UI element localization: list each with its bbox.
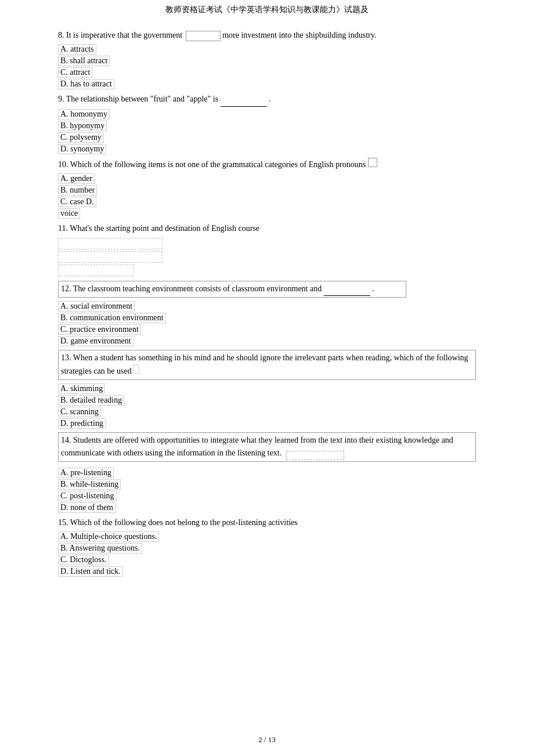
q8-option-a: A. attracts [58,44,476,55]
q8-text: It is imperative that the government [66,31,182,39]
q13-number: 13. [61,353,71,362]
page-footer: 2 / 13 [0,735,534,744]
question-8: 8. It is imperative that the government … [58,29,476,89]
q12-number: 12. [61,284,71,293]
q8-option-c: C. attract [58,67,476,78]
question-15: 15. Which of the following does not belo… [58,516,476,577]
q15-option-b: B. Answering questions. [58,543,476,554]
q9-option-c: C. polysemy [58,132,476,143]
q10-option-a: A. gender [58,173,476,184]
q13-option-b: B. detailed reading [58,395,476,406]
q11-text: What's the starting point and destinatio… [70,224,259,233]
q8-answer-box[interactable] [186,31,221,41]
q13-option-d: D. predicting [58,418,476,429]
page-number: 2 / 13 [258,735,276,744]
q9-text-after: . [269,95,271,103]
q10-option-cd: C. case D. [58,197,476,207]
q9-option-b: B. hyponymy [58,121,476,131]
q14-number: 14. [61,436,71,444]
q8-option-d: D. has to attract [58,79,476,89]
q15-text: Which of the following does not belong t… [70,518,298,527]
q10-option-b: B. number [58,185,476,196]
q13-option-a: A. skimming [58,384,476,394]
question-11: 11. What's the starting point and destin… [58,222,476,276]
q9-option-d: D. synonymy [58,144,476,154]
question-14: 14. Students are offered with opportunit… [58,432,476,513]
q14-option-b: B. while-listening [58,479,476,490]
q11-answer-area [58,238,476,276]
q11-box1[interactable] [58,238,163,249]
q12-option-a: A. social environment [58,301,476,312]
q15-option-d: D. Listen and tick. [58,566,476,577]
q14-text: Students are offered with opportunities … [61,436,453,457]
q15-option-a: A. Multiple-choice questions. [58,531,476,542]
q8-text-after: more investment into the shipbuilding in… [222,31,376,39]
question-12: 12. The classroom teaching environment c… [58,281,476,346]
q10-number: 10. [58,160,68,169]
q12-text: The classroom teaching environment consi… [73,284,322,293]
question-13: 13. When a student has something in his … [58,350,476,429]
q14-option-d: D. none of them [58,502,476,513]
q11-box2[interactable] [58,251,163,263]
q12-option-c: C. practice environment [58,324,476,335]
q12-option-b: B. communication environment [58,313,476,323]
q9-text: The relationship between "fruit" and "ap… [66,95,218,103]
q10-text: Which of the following items is not one … [70,160,366,169]
q13-option-c: C. scanning [58,407,476,417]
q10-option-voice: voice [58,208,476,219]
q13-text: When a student has something in his mind… [61,353,468,375]
page-header: 教师资格证考试《中学英语学科知识与教课能力》试题及 [0,0,534,17]
q11-box3[interactable] [58,265,134,276]
q9-option-a: A. homonymy [58,109,476,120]
question-10: 10. Which of the following items is not … [58,158,476,219]
q12-text-after: . [372,284,374,293]
q9-number: 9. [58,95,64,103]
q8-option-b: B. shall attract [58,56,476,66]
question-9: 9. The relationship between "fruit" and … [58,93,476,154]
q15-option-c: C. Dictogloss. [58,555,476,565]
q14-option-a: A. pre-listening [58,468,476,478]
q12-option-d: D. game environment [58,336,476,346]
q14-option-c: C. post-listening [58,491,476,501]
q15-number: 15. [58,518,68,527]
q11-number: 11. [58,224,68,233]
q8-number: 8. [58,31,64,39]
